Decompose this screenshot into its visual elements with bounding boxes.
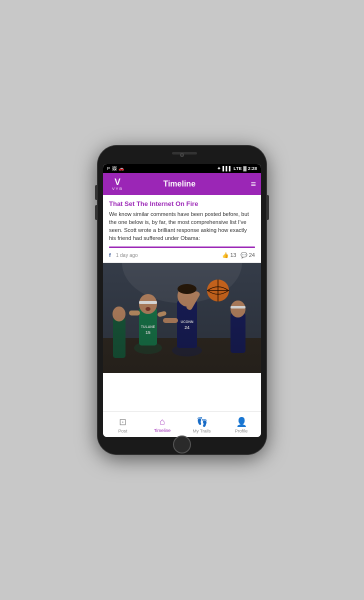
- nav-item-my-trails[interactable]: 👣 My Trails: [182, 414, 222, 436]
- nav-item-timeline[interactable]: ⌂ Timeline: [142, 414, 182, 436]
- pandora-icon: P: [107, 166, 110, 171]
- likes-stat: 👍 13: [222, 252, 236, 258]
- post-icon: ⊡: [119, 416, 126, 428]
- battery-icon: ▓: [243, 166, 246, 171]
- nav-label-post: Post: [118, 428, 127, 434]
- article-title: That Set The Internet On Fire: [109, 200, 255, 208]
- page-title: Timeline: [127, 180, 232, 188]
- power-button[interactable]: [267, 195, 269, 220]
- image-icon: 🖼: [112, 166, 116, 171]
- logo-vyb-text: VYB: [112, 186, 123, 191]
- lte-label: LTE: [234, 166, 242, 171]
- news-image: TULANE 15 UCON: [103, 263, 261, 373]
- profile-icon: 👤: [236, 416, 247, 428]
- content-area: That Set The Internet On Fire We know si…: [103, 195, 261, 411]
- article-body: We know similar comments have been poste…: [109, 210, 255, 242]
- timeline-icon: ⌂: [160, 416, 165, 427]
- article-footer: f 1 day ago 👍 13 💬 24: [109, 252, 255, 258]
- volume-down-button[interactable]: [95, 205, 97, 220]
- nav-label-my-trails: My Trails: [193, 428, 211, 434]
- nav-item-profile[interactable]: 👤 Profile: [222, 414, 261, 436]
- svg-rect-29: [103, 263, 261, 373]
- article-stats: 👍 13 💬 24: [222, 252, 256, 258]
- article-divider: [109, 246, 255, 248]
- article-card: That Set The Internet On Fire We know si…: [103, 195, 261, 263]
- signal-icon: ▌▌▌: [222, 166, 232, 171]
- phone-camera: [180, 153, 184, 157]
- status-right: ✦ ▌▌▌ LTE ▓ 2:28: [217, 166, 257, 171]
- phone-top-bar: [103, 151, 261, 162]
- nav-label-timeline: Timeline: [154, 428, 171, 433]
- menu-button[interactable]: ≡: [250, 179, 256, 190]
- phone-device: P 🖼 🚗 ✦ ▌▌▌ LTE ▓ 2:28 V VYB Timeline ≡: [97, 145, 267, 455]
- app-header: V VYB Timeline ≡: [103, 173, 261, 195]
- article-time: 1 day ago: [116, 252, 138, 258]
- nav-label-profile: Profile: [235, 428, 248, 434]
- nav-item-post[interactable]: ⊡ Post: [103, 414, 142, 436]
- car-icon: 🚗: [118, 166, 124, 171]
- home-button[interactable]: [173, 436, 191, 454]
- sports-scene-svg: TULANE 15 UCON: [103, 263, 261, 373]
- bottom-nav: ⊡ Post ⌂ Timeline 👣 My Trails 👤 Profile: [103, 411, 261, 437]
- like-icon: 👍: [222, 252, 229, 258]
- comment-icon: 💬: [240, 252, 248, 258]
- status-left: P 🖼 🚗: [107, 166, 124, 171]
- bluetooth-icon: ✦: [217, 166, 221, 171]
- time-display: 2:28: [248, 166, 257, 171]
- facebook-icon: f: [109, 252, 111, 258]
- comments-count: 24: [249, 252, 255, 258]
- trails-icon: 👣: [196, 416, 208, 428]
- likes-count: 13: [230, 252, 236, 258]
- comments-stat: 💬 24: [240, 252, 255, 258]
- volume-up-button[interactable]: [95, 185, 97, 200]
- logo-v-icon: V: [114, 178, 120, 186]
- phone-screen: P 🖼 🚗 ✦ ▌▌▌ LTE ▓ 2:28 V VYB Timeline ≡: [103, 164, 261, 437]
- status-bar: P 🖼 🚗 ✦ ▌▌▌ LTE ▓ 2:28: [103, 164, 261, 173]
- phone-speaker: [172, 152, 197, 154]
- phone-bottom-bar: [103, 440, 261, 449]
- app-logo: V VYB: [108, 178, 127, 191]
